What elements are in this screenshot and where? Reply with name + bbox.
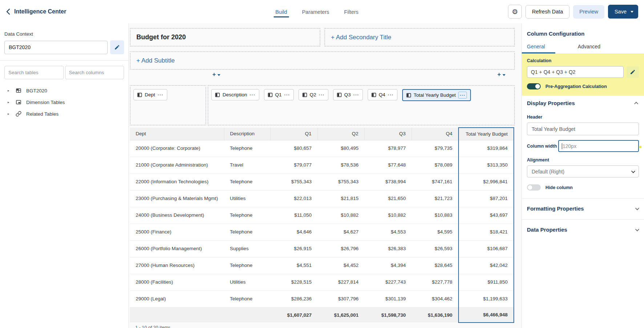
hide-column-toggle[interactable] bbox=[527, 184, 541, 191]
search-columns-input[interactable] bbox=[65, 66, 124, 79]
table-cell: $911,850 bbox=[459, 274, 514, 291]
totals-cell: $1,607,027 bbox=[270, 307, 317, 323]
column-header-total-yearly-budget[interactable]: Total Yearly Budget bbox=[459, 128, 514, 140]
chip-menu-icon[interactable]: ··· bbox=[250, 92, 256, 97]
chip-label: Q1 bbox=[275, 92, 282, 97]
column-chip-q1[interactable]: Q1··· bbox=[264, 89, 294, 100]
totals-cell: $1,636,190 bbox=[412, 307, 459, 323]
column-chip-q3[interactable]: Q3··· bbox=[333, 89, 363, 100]
chip-group-left: Dept··· bbox=[130, 85, 206, 125]
alignment-label: Alignment bbox=[527, 157, 639, 163]
chip-menu-icon[interactable]: ··· bbox=[158, 92, 164, 97]
table-cell: $11,050 bbox=[270, 207, 317, 224]
table-cell: $313,350 bbox=[459, 157, 514, 173]
tree-item-bgt2020[interactable]: ▸ BGT2020 bbox=[0, 85, 128, 96]
table-cell: Utilities bbox=[224, 274, 270, 291]
search-tables-input[interactable] bbox=[4, 66, 64, 79]
column-chip-q2[interactable]: Q2··· bbox=[299, 89, 328, 100]
column-chip-total-yearly-budget[interactable]: Total Yearly Budget··· bbox=[402, 89, 471, 101]
save-button[interactable]: Save bbox=[608, 5, 638, 19]
column-header-q2[interactable]: Q2 bbox=[317, 128, 364, 140]
table-cell: 22000 (Information Technologies) bbox=[130, 173, 224, 190]
table-cell: Travel bbox=[224, 157, 270, 173]
add-secondary-title-button[interactable]: + Add Secondary Title bbox=[324, 28, 515, 47]
report-title-box[interactable]: Budget for 2020 bbox=[130, 28, 320, 47]
chevron-down-icon bbox=[635, 227, 639, 231]
tab-filters[interactable]: Filters bbox=[343, 1, 359, 22]
expand-arrow-icon[interactable]: ▸ bbox=[8, 100, 11, 104]
tab-build[interactable]: Build bbox=[275, 1, 288, 22]
tables-tree: ▸ BGT2020 ▸ Dimension Tables ▸ bbox=[0, 85, 128, 120]
add-column-button-right[interactable]: + bbox=[497, 71, 505, 78]
table-cell: $301,139 bbox=[364, 291, 412, 307]
column-header-q1[interactable]: Q1 bbox=[270, 128, 317, 140]
column-header-description[interactable]: Description bbox=[224, 128, 270, 140]
chip-menu-icon[interactable]: ··· bbox=[458, 92, 467, 99]
pre-aggregation-toggle[interactable] bbox=[527, 83, 541, 89]
table-cell: $10,882 bbox=[317, 207, 364, 224]
expand-arrow-icon[interactable]: ▸ bbox=[8, 89, 11, 92]
chip-label: Q4 bbox=[379, 92, 385, 97]
table-cell: Telephone bbox=[224, 140, 270, 157]
text-caret bbox=[562, 143, 562, 149]
tab-advanced[interactable]: Advanced bbox=[573, 41, 605, 53]
data-properties-header[interactable]: Data Properties bbox=[522, 227, 644, 233]
pencil-icon bbox=[630, 69, 636, 75]
app-root: Intelligence Center Build Parameters Fil… bbox=[0, 0, 644, 328]
link-icon bbox=[16, 111, 21, 117]
data-context-input[interactable] bbox=[4, 41, 108, 54]
alignment-select[interactable]: Default (Right) bbox=[527, 165, 639, 177]
tree-item-dimension-tables[interactable]: ▸ Dimension Tables bbox=[0, 96, 128, 108]
main-content: Data Context ▸ BGT2020 bbox=[0, 23, 644, 328]
table-cell: $26,593 bbox=[412, 240, 459, 257]
topbar-actions: ⚙ Refresh Data Preview Save bbox=[508, 5, 638, 19]
formatting-properties-header[interactable]: Formatting Properties bbox=[522, 205, 644, 212]
table-cell: Telephone bbox=[224, 291, 270, 307]
column-chip-description[interactable]: Description··· bbox=[211, 89, 259, 100]
add-column-button-left[interactable]: + bbox=[212, 71, 220, 78]
edit-calculation-button[interactable] bbox=[627, 66, 639, 78]
columns-icon bbox=[137, 92, 142, 97]
column-header-q4[interactable]: Q4 bbox=[412, 128, 459, 140]
chip-label: Dept bbox=[145, 92, 155, 97]
back-nav[interactable]: Intelligence Center bbox=[6, 8, 66, 15]
topbar-tabs: Build Parameters Filters bbox=[275, 0, 359, 23]
chip-menu-icon[interactable]: ··· bbox=[388, 92, 394, 97]
refresh-data-button[interactable]: Refresh Data bbox=[525, 5, 569, 19]
calculation-input[interactable]: Q1 + Q4 + Q3 + Q2 bbox=[527, 66, 624, 78]
chip-label: Q3 bbox=[344, 92, 351, 97]
data-context-sidebar: Data Context ▸ BGT2020 bbox=[0, 23, 129, 328]
table-row: 27000 (Human Resources)Telephone$4,551$4… bbox=[130, 257, 514, 274]
table-cell: 27000 (Human Resources) bbox=[130, 257, 224, 274]
tab-parameters[interactable]: Parameters bbox=[301, 1, 330, 22]
tree-item-related-tables[interactable]: ▸ Related Tables bbox=[0, 108, 128, 120]
edit-context-button[interactable] bbox=[110, 40, 124, 54]
totals-cell: $6,466,948 bbox=[459, 307, 514, 323]
column-header-q3[interactable]: Q3 bbox=[364, 128, 412, 140]
chip-menu-icon[interactable]: ··· bbox=[284, 92, 290, 97]
chip-menu-icon[interactable]: ··· bbox=[353, 92, 359, 97]
gear-icon: ⚙ bbox=[512, 8, 518, 16]
table-cell: Supplies bbox=[224, 240, 270, 257]
chevron-down-icon bbox=[631, 169, 635, 173]
chip-label: Q2 bbox=[310, 92, 316, 97]
table-cell: $755,343 bbox=[317, 173, 364, 190]
table-cell: $10,882 bbox=[364, 207, 412, 224]
dimension-tables-icon bbox=[16, 99, 21, 105]
column-header-dept[interactable]: Dept bbox=[130, 128, 224, 140]
expand-arrow-icon[interactable]: ▸ bbox=[8, 112, 11, 116]
totals-cell: $1,625,001 bbox=[317, 307, 364, 323]
column-chip-dept[interactable]: Dept··· bbox=[133, 89, 167, 100]
column-chip-q4[interactable]: Q4··· bbox=[368, 89, 397, 100]
display-properties-header[interactable]: Display Properties bbox=[522, 100, 644, 106]
tab-general[interactable]: General bbox=[522, 41, 550, 53]
chip-menu-icon[interactable]: ··· bbox=[319, 92, 325, 97]
header-input[interactable] bbox=[527, 123, 639, 135]
add-subtitle-button[interactable]: + Add Subtitle bbox=[130, 51, 515, 70]
preview-button[interactable]: Preview bbox=[573, 5, 604, 19]
chip-group-right: Description···Q1···Q2···Q3···Q4···Total … bbox=[208, 85, 515, 125]
column-width-input[interactable]: 120px bbox=[558, 140, 639, 152]
pagination-label: 1 - 10 of 20 items bbox=[130, 325, 515, 328]
columns-icon bbox=[302, 92, 307, 97]
settings-button[interactable]: ⚙ bbox=[508, 5, 522, 19]
